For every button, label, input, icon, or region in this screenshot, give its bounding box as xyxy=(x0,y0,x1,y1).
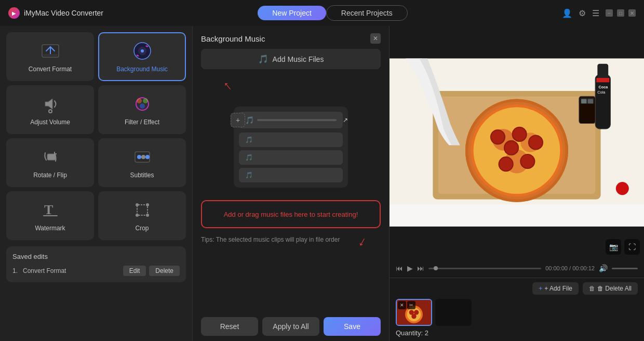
sidebar-item-watermark[interactable]: T Watermark xyxy=(6,191,94,240)
red-arrow-2-icon: ↓ xyxy=(356,233,370,250)
volume-icon[interactable]: 🔊 xyxy=(599,264,608,272)
svg-rect-52 xyxy=(588,99,593,103)
music-row-1: 🎵 xyxy=(239,133,343,147)
settings-icon[interactable]: ⚙ xyxy=(579,8,586,18)
sidebar-item-convert-format[interactable]: Convert Format xyxy=(6,32,94,81)
clip-thumbnail-2 xyxy=(435,299,472,326)
skip-forward-button[interactable]: ⏭ xyxy=(417,264,424,272)
quantity-label: Quantity: 2 xyxy=(396,329,638,337)
svg-point-12 xyxy=(137,155,141,159)
svg-point-8 xyxy=(143,98,148,103)
reset-button[interactable]: Reset xyxy=(201,317,258,336)
tools-grid: Convert Format Background Music xyxy=(6,32,186,240)
fullscreen-button[interactable]: ⛶ xyxy=(624,239,640,255)
svg-text:Coca: Coca xyxy=(598,85,608,89)
save-button[interactable]: Save xyxy=(324,317,381,336)
edit-saved-edit-button[interactable]: Edit xyxy=(123,266,146,276)
sidebar-item-adjust-volume[interactable]: Adjust Volume xyxy=(6,85,94,134)
timeline-clips: ✕ ✂ xyxy=(396,299,638,326)
music-row-1-icon: 🎵 xyxy=(245,136,253,143)
main-content: Convert Format Background Music xyxy=(0,26,644,341)
screenshot-button[interactable]: 📷 xyxy=(606,239,621,255)
arrow-area: ↑ xyxy=(193,75,389,107)
adjust-volume-icon xyxy=(40,94,61,114)
svg-point-36 xyxy=(529,136,542,149)
timeline-header: + + Add File 🗑 🗑 Delete All xyxy=(396,282,638,295)
preview-frame: Coca Cola xyxy=(390,26,644,259)
sidebar-item-rotate-flip[interactable]: Rotate / Flip xyxy=(6,138,94,187)
delete-all-button[interactable]: 🗑 🗑 Delete All xyxy=(583,282,638,295)
clip-thumb-2[interactable] xyxy=(435,299,472,326)
new-project-tab[interactable]: New Project xyxy=(258,6,326,20)
convert-format-icon xyxy=(40,41,61,61)
add-demo-button[interactable]: + xyxy=(231,113,245,127)
skip-back-button[interactable]: ⏮ xyxy=(396,264,403,272)
saved-edit-row: 1. Convert Format Edit Delete xyxy=(12,266,180,276)
saved-edit-name: 1. Convert Format xyxy=(12,267,66,274)
svg-rect-54 xyxy=(390,205,644,227)
svg-point-4 xyxy=(141,49,144,53)
sidebar-item-subtitles[interactable]: Subtitles xyxy=(98,138,186,187)
svg-text:Cola: Cola xyxy=(597,90,606,95)
user-icon[interactable]: 👤 xyxy=(562,8,572,18)
music-demo-progress-bar xyxy=(257,119,337,121)
panel-title: Background Music xyxy=(201,34,265,43)
play-button[interactable]: ▶ xyxy=(407,264,413,272)
saved-edits-section: Saved edits 1. Convert Format Edit Delet… xyxy=(6,246,186,282)
clip-thumb-1[interactable]: ✕ ✂ xyxy=(396,299,432,326)
panel-close-button[interactable]: ✕ xyxy=(370,33,381,44)
music-row-2-icon: 🎵 xyxy=(245,154,253,161)
clip-scissors-icon[interactable]: ✂ xyxy=(407,301,415,309)
crop-label: Crop xyxy=(135,225,149,232)
music-note-icon: 🎵 xyxy=(258,54,269,64)
minimize-button[interactable]: − xyxy=(606,9,613,17)
add-file-button[interactable]: + + Add File xyxy=(532,282,579,295)
playback-progress-bar[interactable] xyxy=(428,268,541,269)
volume-bar[interactable] xyxy=(612,268,638,269)
app-logo-icon: ▶ xyxy=(12,10,16,16)
svg-point-13 xyxy=(141,155,145,159)
small-arrow-icon: ↗ xyxy=(343,116,348,124)
sidebar-item-crop[interactable]: Crop xyxy=(98,191,186,240)
svg-point-38 xyxy=(521,155,534,168)
svg-point-9 xyxy=(140,103,145,109)
clip-remove-icon[interactable]: ✕ xyxy=(398,301,406,309)
clip-1-badge: ✕ ✂ xyxy=(398,301,415,309)
sidebar: Convert Format Background Music xyxy=(0,26,192,341)
svg-point-53 xyxy=(616,182,629,195)
svg-rect-10 xyxy=(47,154,56,160)
svg-rect-45 xyxy=(597,64,608,79)
window-controls: − □ ✕ xyxy=(606,9,636,17)
watermark-icon: T xyxy=(40,200,61,220)
title-bar-right: 👤 ⚙ ☰ − □ ✕ xyxy=(562,8,636,18)
panel-header: Background Music ✕ xyxy=(193,26,389,49)
add-music-files-button[interactable]: 🎵 Add Music Files xyxy=(201,49,381,69)
music-rows: 🎵 🎵 🎵 xyxy=(239,133,343,182)
svg-rect-51 xyxy=(581,99,586,103)
maximize-button[interactable]: □ xyxy=(617,9,624,17)
music-row-2: 🎵 xyxy=(239,150,343,165)
apply-to-all-button[interactable]: Apply to All xyxy=(262,317,319,336)
music-drop-zone[interactable]: Add or drag music files here to start cr… xyxy=(201,200,381,228)
rotate-flip-label: Rotate / Flip xyxy=(33,172,67,179)
delete-saved-edit-button[interactable]: Delete xyxy=(149,266,180,276)
svg-point-21 xyxy=(146,214,149,217)
svg-point-5 xyxy=(49,110,52,113)
trash-icon: 🗑 xyxy=(589,285,595,292)
subtitles-icon xyxy=(132,147,153,167)
sidebar-item-filter-effect[interactable]: Filter / Effect xyxy=(98,85,186,134)
recent-projects-tab[interactable]: Recent Projects xyxy=(326,5,408,21)
playback-bar: ⏮ ▶ ⏭ 00:00:00 / 00:00:12 🔊 xyxy=(390,259,644,278)
filter-effect-icon xyxy=(132,94,153,114)
add-music-files-label: Add Music Files xyxy=(273,55,324,63)
pizza-scene-svg: Coca Cola xyxy=(390,26,644,259)
sidebar-item-background-music[interactable]: Background Music xyxy=(98,32,186,81)
panel-footer: Reset Apply to All Save xyxy=(193,312,389,341)
close-button[interactable]: ✕ xyxy=(628,9,636,17)
menu-icon[interactable]: ☰ xyxy=(592,8,599,18)
svg-point-40 xyxy=(500,158,513,170)
svg-point-18 xyxy=(136,203,139,206)
music-demo-top: 🎵 xyxy=(239,112,343,128)
rotate-flip-icon xyxy=(40,147,61,167)
svg-rect-17 xyxy=(137,205,147,215)
